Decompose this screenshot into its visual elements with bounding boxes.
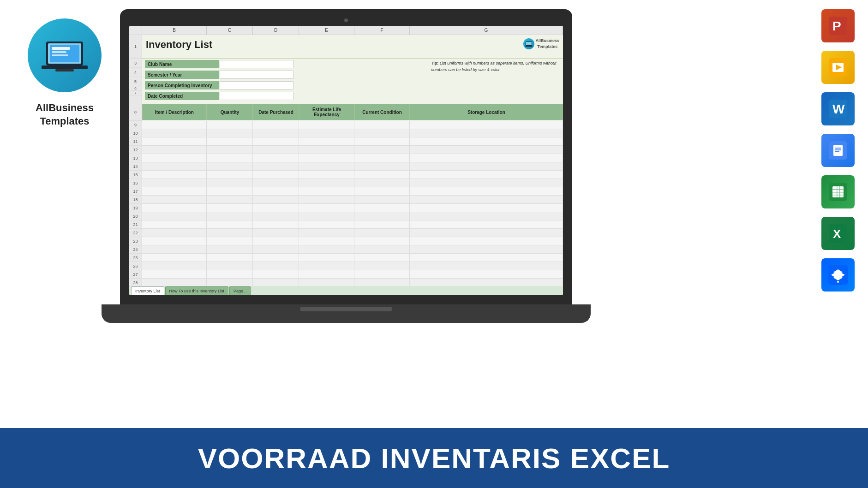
cell-item[interactable] xyxy=(142,129,207,137)
cell-item[interactable] xyxy=(142,204,207,212)
cell-condition[interactable] xyxy=(354,279,410,286)
cell-qty[interactable] xyxy=(207,162,253,171)
cell-date[interactable] xyxy=(253,121,299,129)
cell-condition[interactable] xyxy=(354,187,410,196)
cell-qty[interactable] xyxy=(207,204,253,212)
google-slides-icon[interactable] xyxy=(821,51,855,84)
cell-life[interactable] xyxy=(299,204,354,212)
cell-condition[interactable] xyxy=(354,212,410,220)
cell-condition[interactable] xyxy=(354,179,410,187)
cell-date[interactable] xyxy=(253,262,299,270)
cell-item[interactable] xyxy=(142,212,207,220)
cell-storage[interactable] xyxy=(410,262,563,270)
cell-storage[interactable] xyxy=(410,137,563,146)
cell-storage[interactable] xyxy=(410,196,563,204)
cell-item[interactable] xyxy=(142,279,207,286)
cell-condition[interactable] xyxy=(354,254,410,262)
google-sheets-icon[interactable] xyxy=(821,175,855,208)
cell-date[interactable] xyxy=(253,129,299,137)
cell-life[interactable] xyxy=(299,212,354,220)
cell-qty[interactable] xyxy=(207,237,253,245)
cell-item[interactable] xyxy=(142,254,207,262)
cell-date[interactable] xyxy=(253,146,299,154)
cell-life[interactable] xyxy=(299,129,354,137)
cell-life[interactable] xyxy=(299,196,354,204)
cell-life[interactable] xyxy=(299,121,354,129)
cell-condition[interactable] xyxy=(354,129,410,137)
cell-qty[interactable] xyxy=(207,179,253,187)
cell-item[interactable] xyxy=(142,171,207,179)
cell-date[interactable] xyxy=(253,245,299,254)
cell-condition[interactable] xyxy=(354,237,410,245)
cell-date[interactable] xyxy=(253,279,299,286)
cell-storage[interactable] xyxy=(410,129,563,137)
cell-storage[interactable] xyxy=(410,212,563,220)
cell-qty[interactable] xyxy=(207,220,253,229)
powerpoint-icon[interactable]: P xyxy=(821,9,855,42)
cell-life[interactable] xyxy=(299,279,354,286)
cell-qty[interactable] xyxy=(207,196,253,204)
cell-storage[interactable] xyxy=(410,171,563,179)
cell-storage[interactable] xyxy=(410,254,563,262)
cell-date[interactable] xyxy=(253,204,299,212)
cell-storage[interactable] xyxy=(410,229,563,237)
cell-storage[interactable] xyxy=(410,204,563,212)
cell-qty[interactable] xyxy=(207,279,253,286)
cell-date[interactable] xyxy=(253,171,299,179)
cell-date[interactable] xyxy=(253,187,299,196)
cell-life[interactable] xyxy=(299,262,354,270)
cell-condition[interactable] xyxy=(354,245,410,254)
cell-condition[interactable] xyxy=(354,229,410,237)
cell-life[interactable] xyxy=(299,162,354,171)
google-docs-icon[interactable] xyxy=(821,134,855,167)
cell-condition[interactable] xyxy=(354,196,410,204)
cell-life[interactable] xyxy=(299,237,354,245)
cell-date[interactable] xyxy=(253,137,299,146)
cell-qty[interactable] xyxy=(207,229,253,237)
cell-storage[interactable] xyxy=(410,270,563,279)
cell-storage[interactable] xyxy=(410,121,563,129)
cell-item[interactable] xyxy=(142,121,207,129)
cell-item[interactable] xyxy=(142,154,207,162)
tab-inventory-list[interactable]: Inventory List xyxy=(131,286,164,295)
cell-condition[interactable] xyxy=(354,162,410,171)
cell-item[interactable] xyxy=(142,270,207,279)
cell-qty[interactable] xyxy=(207,154,253,162)
cell-storage[interactable] xyxy=(410,162,563,171)
cell-life[interactable] xyxy=(299,187,354,196)
cell-condition[interactable] xyxy=(354,154,410,162)
cell-qty[interactable] xyxy=(207,171,253,179)
dropbox-icon[interactable] xyxy=(821,258,855,292)
cell-qty[interactable] xyxy=(207,129,253,137)
cell-qty[interactable] xyxy=(207,270,253,279)
cell-item[interactable] xyxy=(142,262,207,270)
cell-condition[interactable] xyxy=(354,146,410,154)
cell-date[interactable] xyxy=(253,154,299,162)
cell-qty[interactable] xyxy=(207,245,253,254)
cell-date[interactable] xyxy=(253,254,299,262)
cell-date[interactable] xyxy=(253,270,299,279)
cell-storage[interactable] xyxy=(410,279,563,286)
cell-condition[interactable] xyxy=(354,270,410,279)
tab-how-to-use[interactable]: How To use this Inventory List xyxy=(165,286,228,295)
cell-qty[interactable] xyxy=(207,262,253,270)
cell-condition[interactable] xyxy=(354,121,410,129)
cell-condition[interactable] xyxy=(354,204,410,212)
cell-life[interactable] xyxy=(299,254,354,262)
cell-life[interactable] xyxy=(299,137,354,146)
cell-date[interactable] xyxy=(253,220,299,229)
excel-icon[interactable]: X xyxy=(821,217,855,250)
cell-qty[interactable] xyxy=(207,121,253,129)
cell-item[interactable] xyxy=(142,220,207,229)
cell-condition[interactable] xyxy=(354,220,410,229)
cell-item[interactable] xyxy=(142,229,207,237)
cell-condition[interactable] xyxy=(354,171,410,179)
cell-life[interactable] xyxy=(299,154,354,162)
word-icon[interactable]: W xyxy=(821,92,855,125)
cell-item[interactable] xyxy=(142,245,207,254)
cell-date[interactable] xyxy=(253,229,299,237)
cell-condition[interactable] xyxy=(354,262,410,270)
cell-qty[interactable] xyxy=(207,146,253,154)
cell-life[interactable] xyxy=(299,171,354,179)
cell-life[interactable] xyxy=(299,229,354,237)
